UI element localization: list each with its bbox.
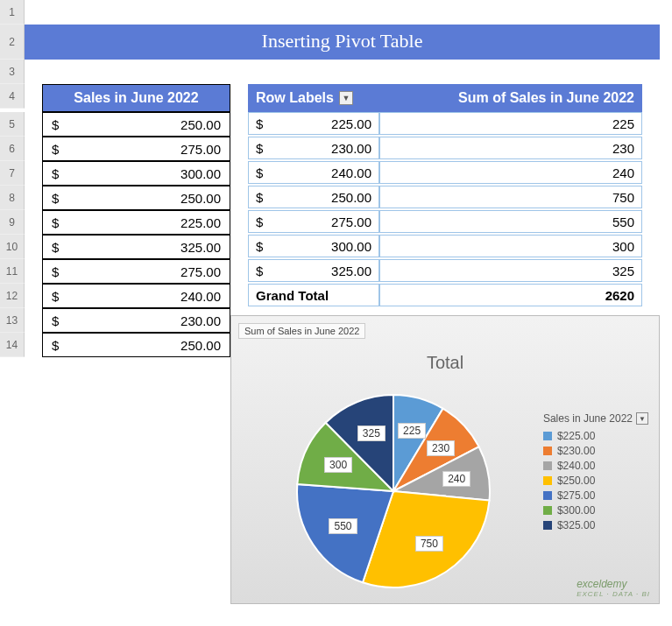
pivot-row-label[interactable]: $325.00	[248, 259, 379, 282]
legend-swatch	[543, 491, 552, 500]
left-table-cell[interactable]: $230.00	[42, 308, 230, 333]
row-header[interactable]: 6	[0, 137, 25, 161]
row-header[interactable]: 7	[0, 161, 25, 186]
legend-label: $240.00	[557, 460, 595, 472]
legend-swatch	[543, 476, 552, 485]
legend-item[interactable]: $250.00	[543, 475, 648, 487]
legend-title[interactable]: Sales in June 2022▼	[543, 412, 648, 425]
legend-label: $275.00	[557, 489, 595, 502]
pie-slice-label: 550	[329, 518, 357, 534]
amount: 250.00	[59, 338, 221, 353]
row-header[interactable]: 12	[0, 284, 25, 308]
title-banner: Inserting Pivot Table	[25, 25, 660, 60]
currency-symbol: $	[256, 264, 263, 278]
currency-symbol: $	[52, 166, 59, 181]
legend-swatch	[543, 506, 552, 515]
pie-slice-label: 300	[324, 457, 352, 473]
amount: 250.00	[59, 117, 221, 132]
amount: 250.00	[59, 191, 221, 206]
row-header[interactable]: 11	[0, 259, 25, 284]
left-table-cell[interactable]: $325.00	[42, 235, 230, 259]
pivot-row-value[interactable]: 225	[379, 112, 642, 135]
pivot-row-label[interactable]: $230.00	[248, 137, 379, 159]
amount: 250.00	[268, 190, 371, 205]
pivot-row-label[interactable]: $225.00	[248, 112, 379, 135]
row-header[interactable]: 8	[0, 186, 25, 210]
currency-symbol: $	[256, 190, 263, 205]
currency-symbol: $	[52, 313, 59, 328]
chart-plot-area: Sum of Sales in June 2022Total2252302407…	[230, 315, 660, 604]
amount: 275.00	[59, 264, 221, 279]
pie-slice-label: 750	[415, 536, 443, 552]
pivot-row-value[interactable]: 240	[379, 161, 642, 184]
pivot-header-sum[interactable]: Sum of Sales in June 2022	[379, 84, 642, 112]
pie-slice-label: 225	[398, 423, 426, 439]
left-table-cell[interactable]: $275.00	[42, 137, 230, 161]
currency-symbol: $	[52, 191, 59, 206]
left-table-cell[interactable]: $250.00	[42, 333, 230, 357]
row-header[interactable]: 9	[0, 210, 25, 235]
legend-item[interactable]: $225.00	[543, 430, 648, 442]
pivot-row-value[interactable]: 300	[379, 235, 642, 257]
pivot-row-value[interactable]: 750	[379, 186, 642, 208]
currency-symbol: $	[52, 264, 59, 279]
left-table-cell[interactable]: $275.00	[42, 259, 230, 284]
chevron-down-icon[interactable]: ▼	[339, 91, 353, 105]
pivot-header-label: Row Labels	[256, 90, 334, 106]
currency-symbol: $	[52, 240, 59, 255]
pivot-row-label[interactable]: $250.00	[248, 186, 379, 208]
legend-label: $300.00	[557, 504, 595, 517]
pivot-row-label[interactable]: $275.00	[248, 210, 379, 233]
row-header[interactable]: 1	[0, 0, 25, 25]
currency-symbol: $	[52, 215, 59, 230]
row-header[interactable]: 2	[0, 25, 25, 60]
currency-symbol: $	[256, 116, 263, 131]
pivot-row-label[interactable]: $240.00	[248, 161, 379, 184]
pie-slice-label: 325	[357, 426, 386, 441]
legend-item[interactable]: $275.00	[543, 489, 648, 502]
pivot-row-value[interactable]: 550	[379, 210, 642, 233]
amount: 240.00	[268, 165, 371, 180]
legend-item[interactable]: $325.00	[543, 519, 648, 531]
left-table-header[interactable]: Sales in June 2022	[42, 84, 230, 112]
amount: 225.00	[59, 215, 221, 230]
amount: 300.00	[59, 166, 221, 181]
legend-item[interactable]: $230.00	[543, 445, 648, 457]
pivot-row-value[interactable]: 230	[379, 137, 642, 159]
legend-label: $250.00	[557, 475, 595, 487]
pivot-header-row-labels[interactable]: Row Labels▼	[248, 84, 379, 112]
pie-slice-label: 230	[427, 440, 455, 456]
pivot-grand-total-label[interactable]: Grand Total	[248, 284, 379, 306]
left-table-cell[interactable]: $250.00	[42, 112, 230, 137]
legend-item[interactable]: $240.00	[543, 460, 648, 472]
row-header[interactable]: 5	[0, 112, 25, 137]
pivot-grand-total-value[interactable]: 2620	[379, 284, 642, 306]
legend-label: $225.00	[557, 430, 595, 442]
row-header[interactable]: 4	[0, 84, 25, 109]
pivot-row-label[interactable]: $300.00	[248, 235, 379, 257]
left-table-cell[interactable]: $300.00	[42, 161, 230, 186]
currency-symbol: $	[52, 142, 59, 157]
currency-symbol: $	[52, 338, 59, 353]
row-header[interactable]: 14	[0, 333, 25, 357]
amount: 325.00	[268, 264, 371, 278]
amount: 230.00	[59, 313, 221, 328]
currency-symbol: $	[52, 117, 59, 132]
legend-title-text: Sales in June 2022	[543, 412, 633, 425]
pie-slice-label: 240	[442, 471, 470, 487]
chevron-down-icon[interactable]: ▼	[636, 412, 648, 425]
legend-item[interactable]: $300.00	[543, 504, 648, 517]
pivot-chart[interactable]: Sum of Sales in June 2022Total2252302407…	[230, 315, 660, 604]
left-table-cell[interactable]: $240.00	[42, 284, 230, 308]
left-table-cell[interactable]: $225.00	[42, 210, 230, 235]
pivot-row-value[interactable]: 325	[379, 259, 642, 282]
left-table-cell[interactable]: $250.00	[42, 186, 230, 210]
row-header[interactable]: 10	[0, 235, 25, 259]
row-header[interactable]: 13	[0, 308, 25, 333]
pie-chart	[293, 390, 494, 592]
row-header[interactable]: 3	[0, 60, 25, 84]
amount: 300.00	[268, 239, 371, 254]
legend-swatch	[543, 447, 552, 455]
chart-field-tag[interactable]: Sum of Sales in June 2022	[238, 323, 365, 339]
watermark: exceldemyEXCEL · DATA · BI	[577, 578, 650, 598]
